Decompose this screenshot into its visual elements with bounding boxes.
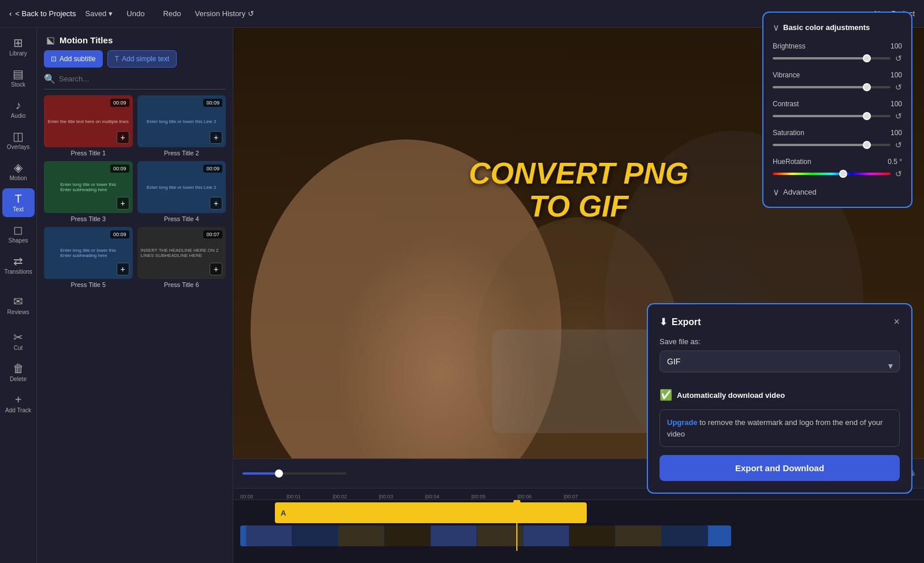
contrast-track[interactable] <box>773 115 891 117</box>
brightness-thumb[interactable] <box>863 54 871 62</box>
timeline-playhead[interactable] <box>516 500 517 551</box>
search-input[interactable] <box>59 74 226 83</box>
export-icon: ⬇ <box>660 316 667 327</box>
sidebar-item-shapes[interactable]: ◻ Shapes <box>2 219 35 248</box>
hue-label-row: HueRotation 0.5 ° <box>773 158 902 166</box>
ruler-mark-0: 00:00 <box>240 494 286 499</box>
color-panel-title: Basic color adjustments <box>783 23 870 32</box>
template-add-button-6[interactable]: + <box>210 263 222 275</box>
template-thumb-3: Enter long title or lower thisEnter subh… <box>44 161 133 213</box>
sidebar-label-shapes: Shapes <box>9 237 28 244</box>
template-add-button-5[interactable]: + <box>117 263 129 275</box>
sidebar-item-library[interactable]: ⊞ Library <box>2 32 35 61</box>
sidebar-label-text: Text <box>13 206 23 212</box>
back-arrow-icon: ‹ <box>9 9 12 18</box>
panel-title-icon: ⬕ <box>46 35 55 46</box>
color-panel-section-header[interactable]: ∨ Basic color adjustments <box>773 22 902 33</box>
vibrance-label-row: Vibrance 100 <box>773 71 902 79</box>
video-title-overlay: CONVERT PNG TO GIF <box>469 157 688 223</box>
sidebar-item-transitions[interactable]: ⇄ Transitions <box>2 251 35 279</box>
vibrance-slider-row: Vibrance 100 ↺ <box>773 71 902 92</box>
hue-track[interactable] <box>773 173 891 175</box>
ruler-mark-5: |00:05 <box>471 494 517 499</box>
contrast-slider-wrapper: ↺ <box>773 111 902 121</box>
upgrade-link[interactable]: Upgrade <box>667 418 698 427</box>
redo-button[interactable]: Redo <box>158 7 185 20</box>
advanced-section[interactable]: ∨ Advanced <box>773 187 902 197</box>
film-frame-5 <box>431 525 477 546</box>
hue-reset-icon[interactable]: ↺ <box>895 169 902 178</box>
video-clip[interactable] <box>240 525 731 546</box>
saturation-label: Saturation <box>773 129 804 137</box>
contrast-fill <box>773 115 867 117</box>
version-history-button[interactable]: Version History ↺ <box>195 9 254 18</box>
template-item-2[interactable]: Enter long title or lower this Line 2 00… <box>137 95 226 156</box>
sidebar-item-audio[interactable]: ♪ Audio <box>2 95 35 124</box>
volume-thumb <box>275 469 283 478</box>
export-title: ⬇ Export <box>660 316 701 327</box>
export-format-select[interactable]: GIF MP4 MOV WebM <box>660 351 900 372</box>
sidebar-item-stock[interactable]: ▤ Stock <box>2 64 35 92</box>
film-frame-8 <box>569 525 616 546</box>
dropdown-icon[interactable]: ▾ <box>109 9 113 18</box>
sidebar-item-motion[interactable]: ◈ Motion <box>2 157 35 186</box>
shapes-icon: ◻ <box>13 224 23 236</box>
template-add-button-3[interactable]: + <box>117 197 129 210</box>
template-item-3[interactable]: Enter long title or lower thisEnter subh… <box>44 161 133 222</box>
sidebar-item-reviews[interactable]: ✉ Reviews <box>2 291 35 320</box>
vibrance-thumb[interactable] <box>863 83 871 91</box>
contrast-reset-icon[interactable]: ↺ <box>895 111 902 121</box>
template-item-6[interactable]: INSERT THE HEADLINE HERE ON 2 LINES SUBH… <box>137 227 226 288</box>
transitions-icon: ⇄ <box>13 255 23 267</box>
motion-icon: ◈ <box>14 162 23 173</box>
sidebar-item-text[interactable]: T Text <box>2 188 35 217</box>
saturation-reset-icon[interactable]: ↺ <box>895 140 902 150</box>
sidebar-label-overlays: Overlays <box>7 144 29 150</box>
sidebar-item-overlays[interactable]: ◫ Overlays <box>2 126 35 155</box>
template-label-3: Press Title 3 <box>44 215 133 222</box>
vibrance-fill <box>773 86 867 88</box>
saturation-thumb[interactable] <box>863 141 871 149</box>
text-clip[interactable]: A <box>275 502 587 523</box>
brightness-label-row: Brightness 100 <box>773 42 902 50</box>
template-item-5[interactable]: Enter long title or lower thisEnter subh… <box>44 227 133 288</box>
template-add-button-4[interactable]: + <box>210 197 222 210</box>
film-strip <box>246 525 708 546</box>
saturation-track[interactable] <box>773 144 891 146</box>
brightness-track[interactable] <box>773 57 891 59</box>
export-title-text: Export <box>672 317 701 327</box>
template-item[interactable]: Enter the title text here on multiple li… <box>44 95 133 156</box>
export-close-button[interactable]: × <box>893 316 900 328</box>
vibrance-track[interactable] <box>773 86 891 88</box>
add-text-button[interactable]: T Add simple text <box>107 50 177 68</box>
template-add-button-1[interactable]: + <box>117 131 129 144</box>
film-frame-7 <box>523 525 569 546</box>
film-frame-1 <box>246 525 292 546</box>
color-adjustments-panel: ∨ Basic color adjustments Brightness 100… <box>762 12 912 208</box>
template-item-4[interactable]: Enter long title or lower this Line 2 00… <box>137 161 226 222</box>
export-download-button[interactable]: Export and Download <box>660 455 900 481</box>
sidebar-label-add-track: Add Track <box>5 407 31 413</box>
back-to-projects-button[interactable]: ‹ < Back to Projects <box>9 9 76 18</box>
save-as-label: Save file as: <box>660 337 900 346</box>
add-subtitle-button[interactable]: ⊡ Add subtitle <box>44 50 103 68</box>
film-frame-10 <box>662 525 708 546</box>
template-thumb-1: Enter the title text here on multiple li… <box>44 95 133 147</box>
template-duration-2: 00:09 <box>203 99 222 107</box>
sidebar-item-add-track[interactable]: + Add Track <box>2 389 35 418</box>
brightness-reset-icon[interactable]: ↺ <box>895 54 902 63</box>
sidebar-item-cut[interactable]: ✂ Cut <box>2 327 35 356</box>
volume-bar[interactable] <box>243 472 346 475</box>
contrast-thumb[interactable] <box>863 112 871 120</box>
undo-button[interactable]: Undo <box>122 7 149 20</box>
saturation-slider-row: Saturation 100 ↺ <box>773 129 902 150</box>
hue-thumb[interactable] <box>839 170 847 178</box>
template-thumb-5: Enter long title or lower thisEnter subh… <box>44 227 133 279</box>
sidebar-item-delete[interactable]: 🗑 Delete <box>2 358 35 387</box>
template-add-button-2[interactable]: + <box>210 131 222 144</box>
collapse-icon: ∨ <box>773 22 780 33</box>
vibrance-reset-icon[interactable]: ↺ <box>895 83 902 92</box>
saturation-fill <box>773 144 867 146</box>
saturation-label-row: Saturation 100 <box>773 129 902 137</box>
sidebar-label-audio: Audio <box>11 113 26 119</box>
